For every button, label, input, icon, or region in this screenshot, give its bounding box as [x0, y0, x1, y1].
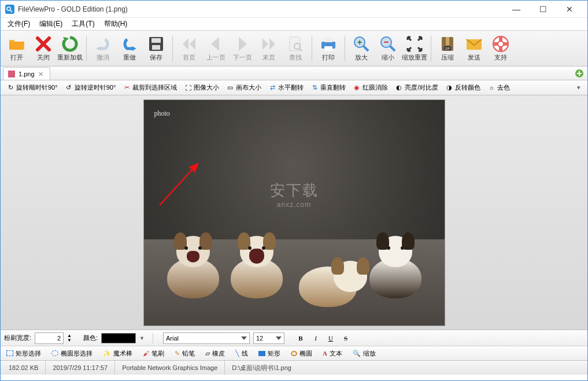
status-format: Portable Network Graphics Image	[115, 361, 225, 375]
status-filesize: 182.02 KB	[6, 361, 46, 375]
toolbar-overflow-button[interactable]: ▾	[574, 84, 584, 91]
image-content: photo 安下载 anxz.com	[144, 100, 445, 325]
tool-bar: 矩形选择 椭圆形选择 ✨魔术棒 🖌笔刷 ✎铅笔 ▱橡皮 ╲线 矩形 椭圆 A文本…	[1, 346, 587, 361]
flip-h-button[interactable]: ⇄水平翻转	[266, 82, 306, 93]
image-toolbar: ↻旋转顺时针90° ↺旋转逆时针90° ✂裁剪到选择区域 ⛶图像大小 ▭画布大小…	[1, 80, 587, 95]
menu-help[interactable]: 帮助(H)	[99, 18, 132, 30]
flip-v-button[interactable]: ⇅垂直翻转	[308, 82, 348, 93]
send-button[interactable]: 发送	[461, 32, 487, 65]
add-tab-button[interactable]	[575, 69, 584, 78]
zoom-in-button[interactable]: + 放大	[349, 32, 374, 65]
svg-point-24	[498, 41, 504, 47]
resize-icon: ⛶	[184, 84, 192, 92]
color-dropdown[interactable]: ▼	[139, 335, 145, 341]
color-label: 颜色:	[83, 334, 98, 342]
brushwidth-stepper[interactable]: ▲▼	[67, 334, 72, 343]
zip-icon: ZIP	[438, 35, 457, 53]
rect-icon	[258, 351, 265, 356]
bold-button[interactable]: B	[295, 332, 306, 344]
redeye-button[interactable]: ◉红眼消除	[350, 82, 390, 93]
text-tool[interactable]: A文本	[320, 348, 345, 359]
italic-button[interactable]: I	[310, 332, 321, 344]
first-page-button: 首页	[176, 32, 202, 65]
find-label: 查找	[289, 53, 302, 62]
last-label: 末页	[262, 53, 275, 62]
tab-close-icon[interactable]: ✕	[38, 71, 45, 77]
zoom-reset-icon	[405, 35, 424, 53]
brightness-label: 亮度/对比度	[405, 83, 438, 92]
text-label: 文本	[330, 349, 342, 358]
rect-select-tool[interactable]: 矩形选择	[4, 348, 43, 359]
zoom-reset-button[interactable]: 缩放重置	[402, 32, 427, 65]
image-size-button[interactable]: ⛶图像大小	[182, 82, 221, 93]
ellipse-select-label: 椭圆形选择	[61, 349, 93, 358]
brushwidth-input[interactable]	[35, 332, 64, 344]
svg-text:+: +	[357, 38, 362, 47]
wand-tool[interactable]: ✨魔术棒	[101, 348, 135, 359]
close-file-button[interactable]: 关闭	[31, 32, 56, 65]
ellipse-label: 椭圆	[299, 349, 312, 358]
rect-select-label: 矩形选择	[16, 349, 41, 358]
svg-rect-10	[324, 38, 332, 42]
redo-icon	[120, 35, 139, 53]
undo-button[interactable]: 撤消	[90, 32, 116, 65]
save-label: 保存	[150, 53, 162, 62]
rect-tool[interactable]: 矩形	[256, 348, 283, 359]
window-title: FileViewPro - GOLD Edition (1.png)	[18, 5, 503, 13]
canvas-size-button[interactable]: ▭画布大小	[224, 82, 264, 93]
print-button[interactable]: 打印	[316, 32, 341, 65]
canvas-area[interactable]: photo 安下载 anxz.com	[1, 95, 587, 330]
open-button[interactable]: 打开	[4, 32, 29, 65]
zoom-out-button[interactable]: − 缩小	[375, 32, 401, 65]
support-button[interactable]: 支持	[488, 32, 513, 65]
canvassize-label: 画布大小	[236, 83, 261, 92]
compress-button[interactable]: ZIP 压缩	[435, 32, 460, 65]
file-tab[interactable]: 1.png ✕	[3, 67, 50, 80]
font-select[interactable]: Arial	[163, 332, 250, 344]
maximize-button[interactable]: ☐	[530, 1, 556, 18]
line-label: 线	[242, 349, 248, 358]
invert-button[interactable]: ◑反转颜色	[443, 82, 483, 93]
zoom-tool[interactable]: 🔍缩放	[350, 348, 378, 359]
underline-button[interactable]: U	[325, 332, 336, 344]
first-icon	[180, 35, 198, 53]
menu-tools[interactable]: 工具(T)	[67, 18, 99, 30]
rotate-cw-button[interactable]: ↻旋转顺时针90°	[4, 82, 60, 93]
send-label: 发送	[468, 53, 480, 62]
crop-label: 裁剪到选择区域	[132, 83, 177, 92]
line-tool[interactable]: ╲线	[233, 348, 250, 359]
signature-watermark: photo	[154, 109, 170, 118]
strike-button[interactable]: S	[340, 332, 352, 344]
close-x-icon	[34, 35, 53, 53]
rotate-cw-label: 旋转顺时针90°	[16, 83, 58, 92]
separator	[172, 36, 173, 61]
last-page-button: 末页	[256, 32, 282, 65]
next-page-button: 下一页	[230, 32, 255, 65]
color-picker[interactable]	[101, 333, 136, 343]
menu-file[interactable]: 文件(F)	[3, 18, 35, 30]
minimize-button[interactable]: —	[503, 1, 530, 18]
ellipse-select-tool[interactable]: 椭圆形选择	[49, 348, 95, 359]
close-button[interactable]: ✕	[556, 1, 583, 18]
crop-button[interactable]: ✂裁剪到选择区域	[120, 82, 179, 93]
rect-label: 矩形	[268, 349, 280, 358]
redo-button[interactable]: 重做	[117, 32, 142, 65]
redo-label: 重做	[123, 53, 136, 62]
brightness-button[interactable]: ◐亮度/对比度	[393, 82, 441, 93]
fontsize-select[interactable]: 12	[253, 332, 284, 344]
ellipse-tool[interactable]: 椭圆	[289, 348, 315, 359]
pencil-tool[interactable]: ✎铅笔	[172, 348, 197, 359]
desaturate-button[interactable]: ○去色	[485, 82, 512, 93]
rotate-ccw-button[interactable]: ↺旋转逆时针90°	[62, 82, 119, 93]
save-button[interactable]: 保存	[143, 32, 169, 65]
reload-button[interactable]: 重新加载	[57, 32, 83, 65]
brushwidth-label: 粉刷宽度:	[4, 334, 31, 342]
eraser-label: 橡皮	[212, 349, 225, 358]
eraser-tool[interactable]: ▱橡皮	[203, 348, 227, 359]
find-icon	[286, 35, 305, 53]
menu-edit[interactable]: 编辑(E)	[35, 18, 67, 30]
brush-tool[interactable]: 🖌笔刷	[140, 348, 167, 359]
prev-page-button: 上一页	[203, 32, 228, 65]
open-label: 打开	[10, 53, 23, 62]
zoom-label: 缩放	[363, 349, 376, 358]
